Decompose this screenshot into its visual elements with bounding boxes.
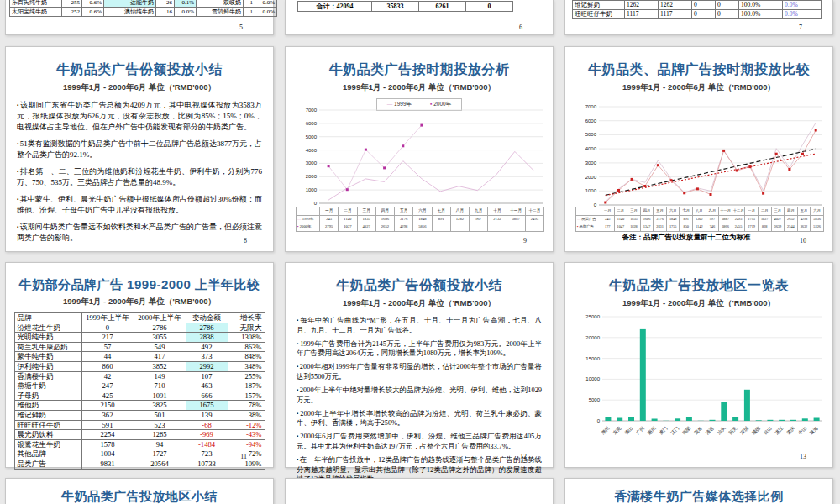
- svg-text:1000: 1000: [306, 187, 318, 192]
- page-number: 12: [520, 453, 527, 460]
- svg-text:东莞: 东莞: [612, 425, 622, 436]
- svg-text:5000: 5000: [589, 397, 601, 402]
- svg-text:肇庆: 肇庆: [785, 425, 795, 435]
- svg-text:广州: 广州: [635, 425, 645, 435]
- svg-text:4000: 4000: [306, 148, 318, 153]
- svg-text:3000: 3000: [585, 160, 597, 165]
- slide-thumbnail-12[interactable]: 牛奶品类广告份额投放小结 1999年1月 - 2000年6月 单位（'RMB'0…: [285, 262, 554, 468]
- svg-text:潮州: 潮州: [601, 425, 612, 436]
- page-number: 8: [244, 237, 247, 244]
- slide-thumbnail-16[interactable]: 香满楼牛奶广告媒体选择比例: [564, 478, 833, 504]
- monthly-line-chart: 01000200030004000500060007000: [296, 106, 544, 205]
- svg-text:20000: 20000: [585, 335, 600, 340]
- svg-text:6000: 6000: [585, 118, 597, 123]
- svg-text:清远: 清远: [705, 425, 716, 436]
- chart-data-table: 一月二月三月四月五月六月七月八月九月十一月十二月一月二月三月四月五月六月— 品类…: [575, 207, 824, 232]
- page-number: 5: [239, 24, 243, 31]
- slide-thumbnail-13[interactable]: 牛奶品类广告投放地区一览表 1999年1月 - 2000年6月 单位（'RMB'…: [564, 262, 833, 468]
- footnote: 备注：品牌广告以投放量前十二位为标准: [591, 233, 782, 243]
- svg-text:10000: 10000: [585, 376, 600, 381]
- svg-text:珠海: 珠海: [809, 425, 820, 436]
- svg-text:1000: 1000: [585, 188, 597, 193]
- svg-text:0: 0: [314, 201, 318, 205]
- page-number: 13: [800, 453, 806, 460]
- svg-text:揭阳: 揭阳: [681, 425, 692, 436]
- svg-text:台山: 台山: [763, 425, 773, 435]
- svg-text:中山: 中山: [797, 425, 807, 435]
- slide-title: 香满楼牛奶广告媒体选择比例: [565, 489, 832, 504]
- svg-text:0: 0: [597, 418, 601, 423]
- slide-title: 牛奶品类广告投放地区小结: [6, 489, 273, 504]
- svg-text:15000: 15000: [585, 356, 600, 361]
- slide-subtitle: 1999年1月 - 2000年6月 单位（'RMB'000）: [286, 82, 553, 93]
- page-number: 10: [800, 237, 806, 244]
- slide-thumbnail-10[interactable]: 牛奶品类、品牌广告按时期投放比较 1999年1月 - 2000年6月 单位（'R…: [564, 46, 833, 252]
- total-row-table: 合计：420943583362610: [297, 1, 513, 12]
- slide-title: 牛奶品类广告份额投放小结: [286, 277, 553, 295]
- page-number: 11: [240, 453, 247, 460]
- category-brand-line-chart: 01000200030004000500060007000: [575, 102, 824, 207]
- svg-text:6000: 6000: [306, 121, 318, 126]
- slide-thumbnail-15[interactable]: [285, 478, 554, 504]
- svg-text:2000: 2000: [585, 175, 597, 180]
- slide-title: 牛奶品类广告份额投放小结: [6, 61, 273, 79]
- slide-thumbnail-6[interactable]: 合计：420943583362610 6: [285, 0, 554, 35]
- slide-title: 牛奶部分品牌广告 1999-2000 上半年比较: [6, 277, 273, 293]
- svg-text:湛江: 湛江: [774, 425, 785, 436]
- svg-text:顺德: 顺德: [751, 425, 762, 436]
- svg-text:3000: 3000: [306, 160, 318, 165]
- region-bar-chart: 0500010000150002000025000潮州东莞佛山广州惠州虎门江门揭…: [574, 312, 826, 443]
- svg-text:佛山: 佛山: [623, 425, 633, 435]
- slide-thumbnail-8[interactable]: 牛奶品类广告份额投放小结 1999年1月 - 2000年6月 单位（'RMB'0…: [5, 46, 274, 252]
- slide-subtitle: 1999年1月 - 2000年6月 单位（'RMB'000）: [286, 298, 553, 309]
- bullet-list: 该期间广东省牛奶类广告总额为4209万元，其中电视媒体投放为3583万元，报纸媒…: [17, 100, 262, 244]
- slide-thumbnail-14[interactable]: 牛奶品类广告投放地区小结: [5, 478, 274, 504]
- svg-text:汕头: 汕头: [716, 425, 726, 435]
- svg-text:江门: 江门: [669, 425, 680, 436]
- chart-data-table: 一月二月三月四月五月六月七月八月九月十月十一月十二月— 1999年2451140…: [296, 207, 544, 232]
- page-number: 6: [519, 24, 522, 31]
- slide-title: 牛奶品类、品牌广告按时期投放比较: [565, 61, 832, 79]
- slide-subtitle: 1999年1月 - 2000年6月 单位（'RMB'000）: [565, 82, 832, 93]
- svg-text:茂名: 茂名: [693, 425, 703, 435]
- svg-text:25000: 25000: [585, 314, 600, 319]
- slide-thumbnail-9[interactable]: 牛奶品类广告按时期投放分析 1999年1月 - 2000年6月 单位（'RMB'…: [285, 46, 554, 252]
- slide-sorter-canvas: { "canvas": {"background": "#e9e9e9"}, "…: [0, 0, 840, 504]
- slide-title: 牛奶品类广告投放地区一览表: [565, 277, 832, 295]
- slide-title: 牛奶品类广告按时期投放分析: [286, 61, 553, 79]
- slide-thumbnail-11[interactable]: 牛奶部分品牌广告 1999-2000 上半年比较 1999年1月 - 2000年…: [5, 262, 274, 468]
- svg-text:5000: 5000: [585, 132, 597, 137]
- svg-text:深圳: 深圳: [739, 425, 750, 436]
- svg-text:韶关: 韶关: [727, 425, 738, 436]
- slide-subtitle: 1999年1月 - 2000年6月 单位（'RMB'000）: [6, 82, 273, 93]
- page-number: 9: [523, 237, 527, 244]
- slide-subtitle: 1999年1月 - 2000年6月 单位（'RMB'000）: [565, 298, 832, 309]
- slide-subtitle: 1999年1月 - 2000年6月 单位（'RMB'000）: [6, 297, 273, 307]
- bullet-list: 每年中的广告曲线为“M”形，在五月、十月、十一月为广告高潮，七月、八月、九月、十…: [297, 316, 542, 485]
- svg-text:5000: 5000: [306, 134, 318, 139]
- media-split-table: 维记鲜奶1262126200100.0%0.0%旺旺旺仔牛奶1117111700…: [572, 0, 822, 19]
- page-number: 7: [799, 24, 802, 31]
- svg-text:虎门: 虎门: [658, 425, 669, 436]
- brand-compare-table: 品牌1999年上半年2000年上半年变动金额增长率汾煌花生牛奶027862786…: [14, 312, 265, 470]
- svg-text:4000: 4000: [585, 146, 597, 151]
- brand-share-table: 乐百氏纯牛奶2550.6%达能牛奶260.1%双岐奶10.0%太阳宝纯牛奶252…: [9, 0, 277, 17]
- svg-text:7000: 7000: [585, 104, 597, 109]
- slide-thumbnail-7[interactable]: 维记鲜奶1262126200100.0%0.0%旺旺旺仔牛奶1117111700…: [564, 0, 833, 35]
- slide-thumbnail-5[interactable]: 乐百氏纯牛奶2550.6%达能牛奶260.1%双岐奶10.0%太阳宝纯牛奶252…: [5, 0, 274, 35]
- svg-text:惠州: 惠州: [646, 425, 657, 436]
- svg-text:2000: 2000: [306, 174, 318, 179]
- svg-text:7000: 7000: [306, 108, 318, 113]
